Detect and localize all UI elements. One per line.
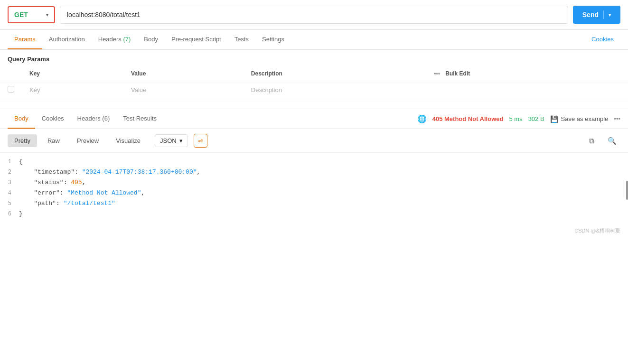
key-col-header: Key: [22, 66, 123, 81]
line-num-4: 4: [0, 188, 19, 198]
format-tab-raw[interactable]: Raw: [41, 134, 66, 147]
url-input[interactable]: [60, 6, 568, 24]
copy-icon[interactable]: ⧉: [585, 135, 598, 147]
search-icon[interactable]: 🔍: [604, 135, 620, 147]
format-chevron-icon: ▾: [179, 137, 183, 144]
row-action-col: [426, 81, 628, 99]
more-options-icon[interactable]: •••: [614, 115, 620, 122]
line-num-6: 6: [0, 209, 19, 219]
url-bar: GET ▾ Send ▾: [0, 0, 628, 30]
code-area: 1 { 2 "timestamp": "2024-04-17T07:38:17.…: [0, 153, 628, 224]
code-line-4: 4 "error": "Method Not Allowed",: [0, 188, 628, 198]
response-tab-test-results[interactable]: Test Results: [116, 109, 163, 129]
value-cell[interactable]: Value: [123, 81, 244, 99]
scrollbar[interactable]: [626, 181, 628, 200]
row-checkbox: [0, 81, 22, 99]
response-meta: 🌐 405 Method Not Allowed 5 ms 302 B 💾 Sa…: [417, 114, 620, 123]
format-bar: Pretty Raw Preview Visualize JSON ▾ ⇌ ⧉ …: [0, 129, 628, 153]
response-tab-cookies[interactable]: Cookies: [35, 109, 71, 129]
tab-authorization[interactable]: Authorization: [42, 30, 92, 49]
response-time: 5 ms: [509, 115, 522, 122]
code-line-1: 1 {: [0, 157, 628, 167]
tab-headers[interactable]: Headers (7): [92, 30, 138, 49]
format-tab-pretty[interactable]: Pretty: [8, 134, 37, 147]
line-num-5: 5: [0, 199, 19, 208]
method-dropdown[interactable]: GET ▾: [8, 6, 55, 23]
response-section: Body Cookies Headers (6) Test Results 🌐 …: [0, 109, 628, 238]
tab-settings[interactable]: Settings: [255, 30, 291, 49]
send-chevron-icon: ▾: [609, 12, 611, 18]
save-icon: 💾: [550, 115, 558, 123]
tab-params[interactable]: Params: [8, 30, 42, 49]
bulk-edit-col-header: ••• Bulk Edit: [426, 66, 628, 81]
key-cell[interactable]: Key: [22, 81, 123, 99]
format-tab-preview[interactable]: Preview: [70, 134, 105, 147]
globe-icon: 🌐: [417, 114, 427, 123]
wrap-button[interactable]: ⇌: [194, 134, 207, 148]
response-tab-body[interactable]: Body: [8, 109, 35, 129]
method-chevron-icon: ▾: [46, 12, 48, 18]
code-line-6: 6 }: [0, 209, 628, 219]
response-tabs-row: Body Cookies Headers (6) Test Results 🌐 …: [0, 109, 628, 129]
query-params-section: Query Params Key Value Description ••• B…: [0, 50, 628, 99]
tab-cookies[interactable]: Cookies: [585, 30, 620, 49]
desc-cell[interactable]: Description: [244, 81, 426, 99]
tab-pre-request[interactable]: Pre-request Script: [165, 30, 228, 49]
send-btn-divider: [603, 10, 604, 19]
send-label: Send: [582, 11, 599, 19]
format-select[interactable]: JSON ▾: [155, 134, 188, 147]
format-tab-visualize[interactable]: Visualize: [109, 134, 147, 147]
response-tab-headers[interactable]: Headers (6): [71, 109, 117, 129]
line-num-3: 3: [0, 178, 19, 187]
query-params-label: Query Params: [0, 50, 628, 66]
code-line-5: 5 "path": "/total/test1": [0, 198, 628, 209]
value-col-header: Value: [123, 66, 244, 81]
headers-badge: (7): [123, 36, 131, 43]
code-wrapper: 1 { 2 "timestamp": "2024-04-17T07:38:17.…: [0, 153, 628, 224]
table-row: Key Value Description: [0, 81, 628, 99]
send-button[interactable]: Send ▾: [573, 6, 620, 24]
request-tabs: Params Authorization Headers (7) Body Pr…: [0, 30, 628, 50]
desc-col-header: Description: [244, 66, 426, 81]
response-size: 302 B: [528, 115, 544, 122]
tab-body[interactable]: Body: [137, 30, 165, 49]
line-num-1: 1: [0, 157, 19, 167]
tab-tests[interactable]: Tests: [228, 30, 255, 49]
code-line-2: 2 "timestamp": "2024-04-17T07:38:17.360+…: [0, 167, 628, 177]
response-status: 405 Method Not Allowed: [432, 115, 504, 122]
code-line-3: 3 "status": 405,: [0, 177, 628, 188]
checkbox-col-header: [0, 66, 22, 81]
params-table: Key Value Description ••• Bulk Edit Key …: [0, 66, 628, 99]
watermark: CSDN @&梧桐树夏: [0, 224, 628, 238]
line-num-2: 2: [0, 168, 19, 177]
response-headers-badge: (6): [102, 115, 110, 122]
save-example-button[interactable]: 💾 Save as example: [550, 115, 609, 123]
method-label: GET: [14, 11, 28, 19]
dots-icon: •••: [434, 70, 440, 77]
